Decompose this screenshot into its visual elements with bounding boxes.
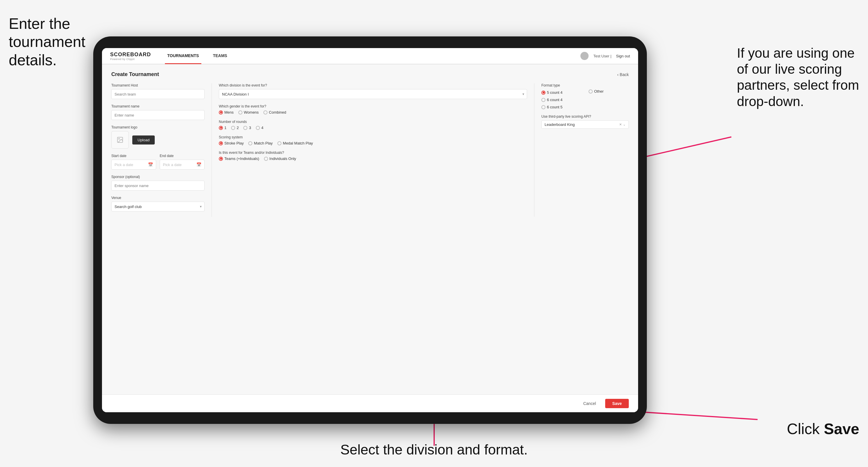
annotation-bottom-center: Select the division and format. [340,441,528,458]
calendar-icon-end: 📅 [196,162,202,167]
format-6c4-label: 6 count 4 [547,98,563,102]
divider-mid-right [534,83,534,217]
venue-select[interactable]: Search golf club [111,201,205,212]
format-other-radio[interactable] [589,89,593,94]
live-scoring-group: Use third-party live scoring API? Leader… [541,115,629,129]
end-label: End date [160,154,205,158]
nav-signout[interactable]: Sign out [616,54,630,58]
gender-womens[interactable]: Womens [238,110,259,115]
rounds-1-radio[interactable] [219,126,223,130]
gender-label: Which gender is the event for? [219,104,527,108]
form-col-right: Format type 5 count 4 [541,83,629,217]
name-input[interactable] [111,110,205,120]
nav-tournaments[interactable]: TOURNAMENTS [165,48,202,64]
format-5c4[interactable]: 5 count 4 [541,90,563,95]
teams-individuals[interactable]: Individuals Only [264,156,296,161]
name-label: Tournament name [111,104,205,108]
format-5c4-radio[interactable] [541,91,546,95]
nav-teams[interactable]: TEAMS [211,48,229,64]
nav-avatar [581,52,589,60]
nav-username: Test User | [593,54,611,58]
division-select-wrapper: NCAA Division I [219,89,527,99]
teams-teams-label: Teams (+Individuals) [224,156,259,161]
teams-teams-radio[interactable] [219,157,223,161]
page-title: Create Tournament [111,71,159,77]
live-scoring-remove[interactable]: ✕ ⌄ [619,123,626,126]
gender-womens-radio[interactable] [238,111,242,115]
form-col-mid: Which division is the event for? NCAA Di… [219,83,527,217]
scoring-stroke[interactable]: Stroke Play [219,141,244,145]
gender-mens[interactable]: Mens [219,110,234,115]
logo-label: Tournament logo [111,125,205,129]
start-date-input[interactable]: Pick a date 📅 [111,160,156,169]
teams-individuals-radio[interactable] [264,157,268,161]
format-5c4-label: 5 count 4 [547,90,563,95]
rounds-1[interactable]: 1 [219,126,226,130]
start-date-group: Start date Pick a date 📅 [111,154,156,169]
sponsor-label: Sponsor (optional) [111,175,205,179]
rounds-4-radio[interactable] [256,126,260,130]
gender-mens-radio[interactable] [219,111,223,115]
format-6c5[interactable]: 6 count 5 [541,105,563,109]
save-button[interactable]: Save [605,399,629,408]
rounds-radio-group: 1 2 3 4 [219,126,527,130]
brand-sub: Powered by Clippit [110,58,151,61]
format-other-label: Other [594,89,604,94]
live-scoring-tag: Leaderboard King ✕ ⌄ [541,120,629,129]
cancel-button[interactable]: Cancel [578,399,602,408]
scoring-medal-radio[interactable] [277,141,281,145]
division-select[interactable]: NCAA Division I [219,89,527,99]
gender-combined-radio[interactable] [264,111,268,115]
teams-group: Is this event for Teams and/or Individua… [219,151,527,161]
upload-button[interactable]: Upload [132,135,155,145]
live-scoring-value: Leaderboard King [545,122,575,127]
rounds-4[interactable]: 4 [256,126,264,130]
rounds-2-radio[interactable] [231,126,235,130]
rounds-2-label: 2 [237,126,239,130]
teams-label: Is this event for Teams and/or Individua… [219,151,527,155]
teams-teams[interactable]: Teams (+Individuals) [219,156,259,161]
logo-placeholder [111,131,129,149]
scoring-match-label: Match Play [254,141,273,145]
divider-left-mid [212,83,212,217]
date-row: Start date Pick a date 📅 End date Pick a… [111,154,205,169]
format-6c4-radio[interactable] [541,98,546,102]
rounds-group: Number of rounds 1 2 [219,120,527,130]
format-6c4[interactable]: 6 count 4 [541,98,563,102]
format-section: 5 count 4 6 count 4 6 count 5 [541,89,629,109]
form-col-left: Tournament Host Tournament name Tourname… [111,83,205,217]
rounds-3-radio[interactable] [243,126,247,130]
gender-group: Which gender is the event for? Mens Wome… [219,104,527,115]
host-input[interactable] [111,89,205,99]
date-group: Start date Pick a date 📅 End date Pick a… [111,154,205,169]
gender-womens-label: Womens [244,110,259,115]
sponsor-input[interactable] [111,181,205,190]
scoring-radio-group: Stroke Play Match Play Medal Match Play [219,141,527,145]
division-group: Which division is the event for? NCAA Di… [219,83,527,99]
scoring-stroke-radio[interactable] [219,141,223,145]
chevron-icon[interactable]: ⌄ [623,123,626,126]
form-footer: Cancel Save [102,395,638,412]
rounds-2[interactable]: 2 [231,126,239,130]
gender-combined[interactable]: Combined [264,110,286,115]
scoring-match-radio[interactable] [248,141,252,145]
logo-group: Tournament logo Upload [111,125,205,149]
end-date-input[interactable]: Pick a date 📅 [160,160,205,169]
tablet-device: SCOREBOARD Powered by Clippit TOURNAMENT… [93,36,647,424]
format-col-options: 5 count 4 6 count 4 6 count 5 [541,89,582,109]
rounds-3-label: 3 [249,126,251,130]
x-icon[interactable]: ✕ [619,123,622,126]
scoring-match[interactable]: Match Play [248,141,273,145]
format-6c5-radio[interactable] [541,105,546,109]
scoring-label: Scoring system [219,135,527,139]
scoring-medal[interactable]: Medal Match Play [277,141,313,145]
annotation-save-bold: Save [824,421,859,437]
rounds-3[interactable]: 3 [243,126,251,130]
division-label: Which division is the event for? [219,83,527,87]
rounds-label: Number of rounds [219,120,527,124]
back-link[interactable]: ‹ Back [617,72,629,77]
main-content: Create Tournament ‹ Back Tournament Host… [102,64,638,395]
name-group: Tournament name [111,104,205,120]
teams-individuals-label: Individuals Only [270,156,296,161]
format-other[interactable]: Other [589,89,629,94]
